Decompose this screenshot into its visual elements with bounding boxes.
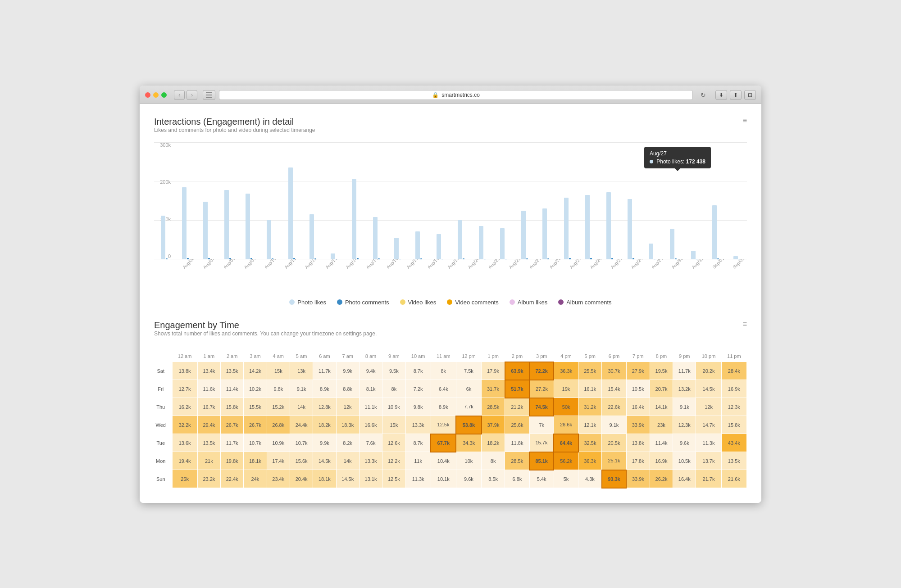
bar-photo-likes <box>267 220 271 259</box>
heatmap-table: 12 am1 am2 am3 am4 am5 am6 am7 am8 am9 a… <box>154 351 747 488</box>
heatmap-cell: 16.2k <box>172 398 197 416</box>
heatmap-menu-icon[interactable]: ≡ <box>743 320 747 328</box>
heatmap-cell: 26.6k <box>554 416 578 434</box>
heatmap-cell: 21.2k <box>505 398 529 416</box>
col-label: 3 pm <box>529 351 554 362</box>
heatmap-cell: 9.1k <box>602 416 626 434</box>
svg-rect-0 <box>206 92 212 93</box>
heatmap-cell: 21k <box>197 452 220 470</box>
row-label: Mon <box>154 452 172 470</box>
heatmap-cell: 9.8k <box>267 380 290 398</box>
nav-buttons: ‹ › <box>174 90 197 100</box>
legend-item: Photo likes <box>289 299 326 306</box>
heatmap-cell: 56.2k <box>554 452 578 470</box>
back-button[interactable]: ‹ <box>174 90 185 100</box>
heatmap-cell: 10.7k <box>290 434 313 452</box>
heatmap-cell: 13.5k <box>221 362 244 380</box>
heatmap-cell: 27.2k <box>529 380 554 398</box>
heatmap-cell: 32.5k <box>578 434 602 452</box>
heatmap-cell: 12.3k <box>673 416 696 434</box>
bar-photo-comments <box>675 258 677 259</box>
legend-dot <box>337 299 342 305</box>
bar-group <box>175 142 196 259</box>
heatmap-cell: 4.3k <box>578 470 602 488</box>
bar-group <box>557 142 577 259</box>
heatmap-cell: 13.1k <box>359 470 382 488</box>
heatmap-cell: 34.3k <box>456 434 481 452</box>
tooltip-dot <box>650 160 653 163</box>
row-label: Sun <box>154 470 172 488</box>
heatmap-cell: 13.2k <box>673 380 696 398</box>
share-button[interactable]: ⬆ <box>730 90 742 100</box>
bar-photo-likes <box>479 226 483 259</box>
forward-button[interactable]: › <box>187 90 197 100</box>
heatmap-cell: 51.7k <box>505 380 529 398</box>
heatmap-cell: 17.8k <box>626 452 650 470</box>
col-label: 8 am <box>359 351 382 362</box>
heatmap-cell: 14.1k <box>650 398 673 416</box>
heatmap-cell: 14.5k <box>313 452 336 470</box>
heatmap-cell: 13.5k <box>197 434 220 452</box>
heatmap-cell: 36.3k <box>578 452 602 470</box>
heatmap-cell: 9.1k <box>673 398 696 416</box>
address-bar[interactable]: 🔒 smartmetrics.co <box>219 90 693 100</box>
heatmap-cell: 12.7k <box>172 380 197 398</box>
heatmap-cell: 20.2k <box>696 362 721 380</box>
heatmap-cell: 13.6k <box>172 434 197 452</box>
close-button[interactable] <box>145 92 150 98</box>
heatmap-cell: 16.1k <box>578 380 602 398</box>
heatmap-cell: 15.7k <box>529 434 554 452</box>
maximize-button[interactable] <box>161 92 167 98</box>
minimize-button[interactable] <box>153 92 159 98</box>
heatmap-cell: 13.7k <box>696 452 721 470</box>
tooltip-value-row: Photo likes: 172 438 <box>650 158 705 165</box>
heatmap-cell: 11.3k <box>405 470 431 488</box>
heatmap-cell: 18.3k <box>336 416 359 434</box>
heatmap-cell: 10.7k <box>244 434 267 452</box>
sidebar-button[interactable] <box>203 90 215 100</box>
legend-item: Video likes <box>400 299 437 306</box>
traffic-lights <box>145 92 167 98</box>
row-label: Fri <box>154 380 172 398</box>
heatmap-cell: 26.7k <box>244 416 267 434</box>
heatmap-title: Engagement by Time <box>154 320 377 330</box>
bar-photo-comments <box>547 258 549 259</box>
chart-menu-icon[interactable]: ≡ <box>743 117 747 125</box>
bar-group <box>239 142 259 259</box>
heatmap-cell: 8k <box>482 452 505 470</box>
heatmap-cell: 7.6k <box>359 434 382 452</box>
col-label: 6 pm <box>602 351 626 362</box>
heatmap-cell: 25.5k <box>578 362 602 380</box>
heatmap-cell: 9.9k <box>336 362 359 380</box>
legend-item: Album comments <box>558 299 611 306</box>
browser-window: ‹ › 🔒 smartmetrics.co ↻ ⬇ ⬆ ⊡ Interactio… <box>140 86 761 503</box>
reload-button[interactable]: ↻ <box>698 90 708 100</box>
heatmap-cell: 8.5k <box>482 470 505 488</box>
heatmap-cell: 25.1k <box>602 452 626 470</box>
legend-dot <box>400 299 405 305</box>
browser-chrome: ‹ › 🔒 smartmetrics.co ↻ ⬇ ⬆ ⊡ <box>140 86 761 104</box>
heatmap-cell: 15.2k <box>267 398 290 416</box>
bar-photo-likes <box>288 167 293 259</box>
heatmap-cell: 14.7k <box>696 416 721 434</box>
heatmap-cell: 50k <box>554 398 578 416</box>
fullscreen-button[interactable]: ⊡ <box>744 90 756 100</box>
bar-group <box>366 142 387 259</box>
bar-photo-likes <box>649 244 653 259</box>
heatmap-cell: 13.3k <box>405 416 431 434</box>
chart-subtitle: Likes and comments for photo and video d… <box>154 127 315 133</box>
heatmap-cell: 6.4k <box>431 380 456 398</box>
download-button[interactable]: ⬇ <box>715 90 727 100</box>
bar-photo-likes <box>606 192 611 259</box>
bar-photo-likes <box>352 179 356 259</box>
bar-photo-comments <box>611 258 613 259</box>
heatmap-cell: 19.4k <box>172 452 197 470</box>
heatmap-cell: 6k <box>456 380 481 398</box>
heatmap-cell: 8k <box>382 380 405 398</box>
heatmap-cell: 11k <box>405 452 431 470</box>
bar-group <box>493 142 514 259</box>
svg-rect-2 <box>206 97 212 98</box>
heatmap-cell: 22.6k <box>602 398 626 416</box>
heatmap-cell: 17.9k <box>482 362 505 380</box>
bar-photo-likes <box>415 231 420 259</box>
